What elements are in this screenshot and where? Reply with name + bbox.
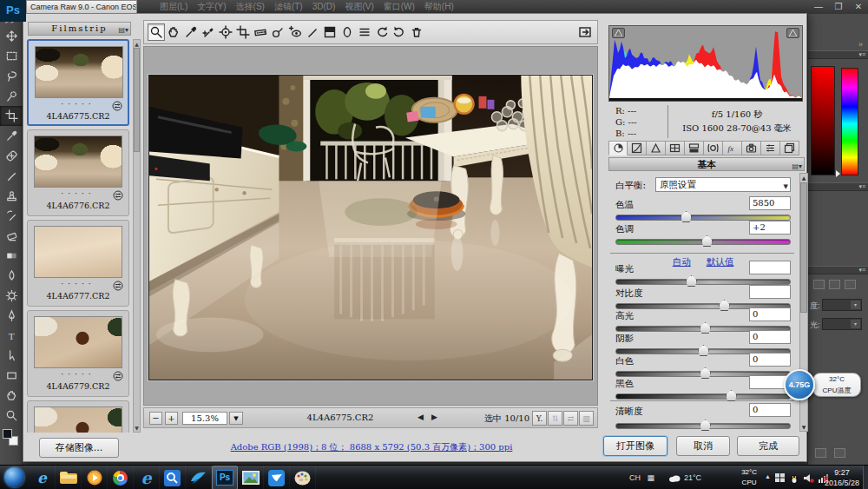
ps-marquee-tool-icon[interactable]: [0, 46, 23, 66]
thumbnail-image[interactable]: [34, 316, 122, 368]
slider-value-1[interactable]: +2: [749, 221, 791, 235]
ps-dodge-tool-icon[interactable]: [0, 286, 23, 306]
filmstrip-menu-icon[interactable]: ▤▾: [118, 24, 128, 36]
thumbnail-image[interactable]: [34, 135, 122, 188]
ps-crop-tool-icon[interactable]: [0, 106, 23, 126]
taskbar-explorer-icon[interactable]: [56, 466, 82, 489]
slider-value-0[interactable]: 5850: [749, 196, 791, 210]
ps-hand-tool-icon[interactable]: [0, 386, 23, 406]
ps-quick-selection-tool-icon[interactable]: [0, 86, 23, 106]
menu-item-4[interactable]: 3D(D): [312, 0, 336, 14]
open-preferences-tool-icon[interactable]: [356, 23, 373, 41]
hue-slider-pointer[interactable]: [836, 170, 840, 177]
slider-track-8[interactable]: [615, 423, 791, 429]
straighten-tool-icon[interactable]: [252, 23, 269, 41]
panel-bottom-icon[interactable]: [815, 448, 826, 458]
next-image-button[interactable]: ▶: [431, 413, 437, 421]
scroll-down-icon[interactable]: ▼: [800, 424, 807, 430]
menu-item-6[interactable]: 窗口(W): [384, 0, 415, 14]
ps-shape-tool-icon[interactable]: [0, 366, 23, 386]
scroll-down-icon[interactable]: ▼: [134, 425, 140, 431]
menu-item-2[interactable]: 选择(S): [236, 0, 265, 14]
panel-bottom-icon[interactable]: [834, 448, 845, 458]
cpu-speed-ball[interactable]: 4.75G: [784, 369, 815, 400]
ps-eyedropper-tool-icon[interactable]: [0, 126, 23, 146]
targeted-adjustment-tool-icon[interactable]: [217, 23, 234, 41]
before-after-copy[interactable]: ⇄: [563, 411, 578, 426]
menu-item-1[interactable]: 文字(Y): [197, 0, 226, 14]
slider-track-1[interactable]: [615, 239, 791, 245]
ps-gradient-tool-icon[interactable]: [0, 246, 23, 266]
slider-thumb[interactable]: [726, 390, 737, 401]
language-indicator[interactable]: CH: [629, 473, 641, 482]
slider-track-2[interactable]: [615, 279, 791, 285]
taskbar-video-app-icon[interactable]: [264, 466, 290, 489]
default-link[interactable]: 默认值: [707, 256, 734, 267]
menu-item-0[interactable]: 图层(L): [160, 0, 187, 14]
slider-thumb[interactable]: [700, 420, 711, 431]
filmstrip-item-2[interactable]: ····· 4L4A6776.CR2: [27, 129, 129, 216]
tab-basic[interactable]: [608, 141, 628, 155]
taskbar-ie-2-icon[interactable]: e: [134, 466, 160, 489]
slider-value-6[interactable]: 0: [749, 353, 791, 367]
tab-camera-calibration[interactable]: [742, 141, 761, 155]
preview-mode-toggle[interactable]: Y.: [532, 411, 547, 426]
radial-filter-tool-icon[interactable]: [339, 23, 356, 41]
volume-icon[interactable]: [804, 473, 814, 485]
weather-temp[interactable]: 21°C: [684, 473, 701, 482]
lock-position-icon[interactable]: [829, 280, 840, 289]
slider-value-4[interactable]: 0: [749, 307, 791, 321]
tray-cpu-temp[interactable]: 32°CCPU温度: [741, 467, 757, 489]
lock-transparent-icon[interactable]: [813, 280, 825, 289]
hand-tool-icon[interactable]: [165, 23, 182, 41]
taskbar-photoshop-icon[interactable]: Ps: [212, 466, 238, 489]
open-image-button[interactable]: 打开图像: [603, 436, 667, 456]
fullscreen-toggle-icon[interactable]: [576, 23, 594, 41]
hue-ramp[interactable]: [841, 68, 858, 175]
tab-effects[interactable]: fx: [723, 141, 742, 155]
ps-lasso-tool-icon[interactable]: [0, 66, 23, 86]
filmstrip-item-5[interactable]: ·····: [27, 400, 129, 433]
tab-presets[interactable]: [761, 141, 780, 155]
filmstrip-item-1[interactable]: ····· 4L4A6775.CR2: [27, 39, 129, 126]
color-swatches[interactable]: [0, 427, 23, 450]
thumbnail-image[interactable]: [34, 406, 122, 433]
hidden-icons-chevron[interactable]: ▲: [765, 473, 771, 479]
slider-thumb[interactable]: [698, 345, 709, 356]
ps-brush-tool-icon[interactable]: [0, 166, 23, 186]
filmstrip-scrollbar[interactable]: ▲ ▼: [133, 39, 141, 433]
tab-lens-corrections[interactable]: [704, 141, 723, 155]
taskbar-search-icon[interactable]: [160, 466, 186, 489]
spot-removal-tool-icon[interactable]: [269, 23, 286, 41]
fill-dropdown[interactable]: ▾: [822, 318, 862, 330]
layers-panel-header[interactable]: ▾≡: [808, 266, 868, 274]
panel-collapse-icon[interactable]: »: [858, 40, 863, 49]
tab-snapshots[interactable]: [780, 141, 799, 155]
scrollbar-thumb[interactable]: [134, 48, 140, 152]
zoom-out-button[interactable]: −: [149, 412, 162, 425]
graduated-filter-tool-icon[interactable]: [321, 23, 339, 41]
taskbar-ie-icon[interactable]: e: [30, 466, 56, 489]
action-center-icon[interactable]: [775, 473, 785, 484]
tray-clock[interactable]: 9:272016/5/28: [825, 467, 859, 488]
scrollbar-thumb[interactable]: [800, 182, 807, 313]
tab-hsl-grayscale[interactable]: [666, 141, 685, 155]
ps-pen-tool-icon[interactable]: [0, 306, 23, 326]
ps-move-tool-icon[interactable]: [0, 26, 23, 46]
photo-preview[interactable]: [148, 75, 593, 380]
done-button[interactable]: 完成: [737, 436, 799, 456]
keyboard-icon[interactable]: ▦: [647, 473, 654, 482]
slider-thumb[interactable]: [700, 367, 711, 379]
panel-menu-icon[interactable]: ▤▾: [792, 160, 802, 172]
tab-detail[interactable]: [647, 141, 666, 155]
adjustment-brush-tool-icon[interactable]: [304, 23, 321, 41]
show-desktop-button[interactable]: [863, 466, 868, 489]
cancel-button[interactable]: 取消: [676, 436, 730, 456]
taskbar-browser-bird-icon[interactable]: [186, 466, 212, 489]
slider-value-2[interactable]: [749, 261, 791, 274]
opacity-dropdown[interactable]: ▾: [822, 299, 862, 311]
ps-history-brush-tool-icon[interactable]: [0, 206, 23, 226]
slider-value-8[interactable]: 0: [749, 403, 791, 417]
slider-track-0[interactable]: [615, 215, 791, 221]
crop-tool-icon[interactable]: [234, 23, 252, 41]
